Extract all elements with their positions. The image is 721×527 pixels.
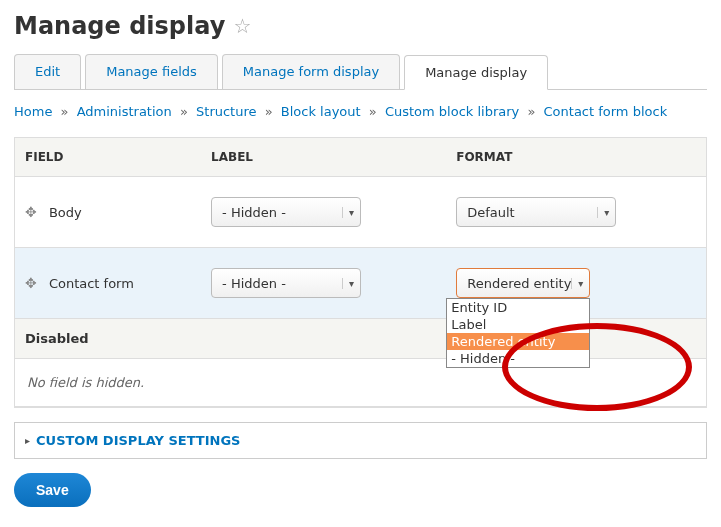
chevron-down-icon: ▾ (571, 278, 583, 289)
breadcrumb-sep: » (369, 104, 377, 119)
drag-handle-icon[interactable]: ✥ (25, 275, 37, 291)
disabled-header: Disabled (15, 319, 706, 359)
breadcrumb-admin[interactable]: Administration (77, 104, 172, 119)
fields-table: FIELD LABEL FORMAT ✥ Body - Hidden - ▾ (14, 137, 707, 319)
custom-settings-label: CUSTOM DISPLAY SETTINGS (36, 433, 240, 448)
disabled-body: No field is hidden. (15, 359, 706, 407)
tab-edit[interactable]: Edit (14, 54, 81, 89)
tabs: Edit Manage fields Manage form display M… (14, 54, 707, 90)
label-select-contact-form[interactable]: - Hidden - ▾ (211, 268, 361, 298)
breadcrumb-sep: » (265, 104, 273, 119)
th-label: LABEL (201, 138, 446, 177)
format-select-body[interactable]: Default ▾ (456, 197, 616, 227)
save-button[interactable]: Save (14, 473, 91, 507)
breadcrumb-structure[interactable]: Structure (196, 104, 256, 119)
page-title-text: Manage display (14, 12, 225, 40)
tab-manage-display[interactable]: Manage display (404, 55, 548, 90)
breadcrumb-custom-block-library[interactable]: Custom block library (385, 104, 519, 119)
tab-manage-form-display[interactable]: Manage form display (222, 54, 400, 89)
breadcrumb: Home » Administration » Structure » Bloc… (14, 104, 707, 119)
breadcrumb-home[interactable]: Home (14, 104, 52, 119)
th-field: FIELD (15, 138, 202, 177)
field-name: Contact form (49, 276, 134, 291)
breadcrumb-contact-form-block[interactable]: Contact form block (544, 104, 668, 119)
table-row: ✥ Body - Hidden - ▾ Default ▾ (15, 177, 707, 248)
format-select-contact-form[interactable]: Rendered entity ▾ (456, 268, 590, 298)
page-title: Manage display ☆ (14, 12, 707, 40)
field-name: Body (49, 205, 82, 220)
breadcrumb-sep: » (61, 104, 69, 119)
table-row: ✥ Contact form - Hidden - ▾ Rendered ent… (15, 248, 707, 319)
format-dropdown: Entity ID Label Rendered entity - Hidden… (446, 298, 590, 368)
select-value: - Hidden - (222, 276, 286, 291)
triangle-right-icon: ▸ (25, 435, 30, 446)
tab-manage-fields[interactable]: Manage fields (85, 54, 218, 89)
select-value: Rendered entity (467, 276, 571, 291)
select-value: Default (467, 205, 515, 220)
chevron-down-icon: ▾ (342, 207, 354, 218)
chevron-down-icon: ▾ (342, 278, 354, 289)
breadcrumb-block-layout[interactable]: Block layout (281, 104, 361, 119)
breadcrumb-sep: » (527, 104, 535, 119)
dropdown-option-entity-id[interactable]: Entity ID (447, 299, 589, 316)
star-icon[interactable]: ☆ (233, 14, 251, 38)
disabled-section: Disabled No field is hidden. (14, 319, 707, 408)
dropdown-option-label[interactable]: Label (447, 316, 589, 333)
drag-handle-icon[interactable]: ✥ (25, 204, 37, 220)
th-format: FORMAT (446, 138, 706, 177)
dropdown-option-hidden[interactable]: - Hidden - (447, 350, 589, 367)
breadcrumb-sep: » (180, 104, 188, 119)
custom-display-settings[interactable]: ▸ CUSTOM DISPLAY SETTINGS (14, 422, 707, 459)
label-select-body[interactable]: - Hidden - ▾ (211, 197, 361, 227)
dropdown-option-rendered-entity[interactable]: Rendered entity (447, 333, 589, 350)
chevron-down-icon: ▾ (597, 207, 609, 218)
select-value: - Hidden - (222, 205, 286, 220)
